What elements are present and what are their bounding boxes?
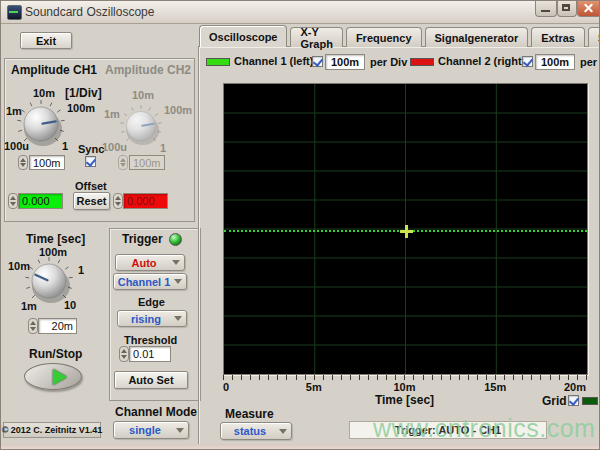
tab-settings[interactable]: Settings bbox=[588, 27, 600, 47]
amplitude-ch2-spinner[interactable] bbox=[118, 155, 128, 170]
minimize-button[interactable] bbox=[535, 1, 557, 17]
tab-frequency[interactable]: Frequency bbox=[346, 27, 422, 47]
time-scale-10m: 10m bbox=[8, 260, 30, 272]
offset-ch1-spinner[interactable] bbox=[8, 193, 18, 209]
threshold-spinner[interactable] bbox=[119, 346, 129, 362]
time-value[interactable]: 20m bbox=[38, 318, 77, 334]
measure-dropdown[interactable]: status bbox=[220, 422, 292, 440]
minimize-icon bbox=[541, 10, 550, 12]
edge-label: Edge bbox=[138, 296, 165, 308]
ch2-scale-100u: 100u bbox=[102, 141, 127, 153]
dropdown-arrow-icon bbox=[279, 429, 287, 438]
maximize-button[interactable] bbox=[557, 1, 577, 17]
ch2-scale-1m: 1m bbox=[104, 108, 120, 120]
channel2-enable-checkbox[interactable] bbox=[522, 56, 533, 67]
x-axis-labels: 0 5m 10m 15m 20m bbox=[223, 381, 586, 393]
grid-color-swatch bbox=[582, 397, 598, 405]
tab-signalgenerator[interactable]: Signalgenerator bbox=[425, 27, 529, 47]
ch2-scale-1: 1 bbox=[160, 142, 166, 154]
play-icon bbox=[53, 369, 67, 385]
trigger-mode-dropdown[interactable]: Auto bbox=[115, 254, 185, 271]
time-scale-100m: 100m bbox=[39, 246, 67, 258]
time-scale-10: 10 bbox=[64, 299, 76, 311]
ch2-scale-100m: 100m bbox=[164, 104, 192, 116]
channel-mode-value: single bbox=[114, 424, 176, 436]
amplitude-ch1-spinner[interactable] bbox=[18, 155, 28, 170]
x-axis-title: Time [sec] bbox=[223, 393, 586, 407]
time-label: Time [sec] bbox=[26, 232, 85, 246]
ch1-scale-10m: 10m bbox=[33, 87, 55, 99]
trigger-source-dropdown[interactable]: Channel 1 bbox=[113, 273, 187, 290]
exit-button[interactable]: Exit bbox=[20, 32, 72, 49]
channel2-per-div-value[interactable]: 100m bbox=[535, 54, 575, 70]
runstop-button[interactable] bbox=[24, 363, 82, 390]
amplitude-ch2-title: Amplitude CH2 bbox=[105, 63, 191, 77]
channel1-per-div-value[interactable]: 100m bbox=[325, 54, 365, 70]
tab-bar: Oscilloscope X-Y Graph Frequency Signalg… bbox=[199, 27, 600, 47]
tab-oscilloscope[interactable]: Oscilloscope bbox=[199, 25, 287, 47]
auto-set-button[interactable]: Auto Set bbox=[114, 371, 188, 389]
channel2-color-swatch bbox=[410, 58, 434, 66]
dropdown-arrow-icon bbox=[172, 260, 180, 269]
measure-label: Measure bbox=[225, 407, 274, 421]
close-button[interactable] bbox=[577, 1, 600, 17]
x-tick-10m: 10m bbox=[393, 381, 415, 393]
per-div-label-2: per Div bbox=[580, 56, 600, 68]
grid-checkbox[interactable] bbox=[568, 395, 579, 406]
title-bar: Soundcard Oszilloscope bbox=[1, 1, 599, 24]
trigger-status-display: Trigger: AUTO - CH1 bbox=[349, 421, 547, 439]
trigger-edge-value: rising bbox=[118, 313, 174, 325]
amplitude-ch2-value[interactable]: 100m bbox=[129, 155, 165, 170]
copyright-bar: © 2012 C. Zeitnitz V1.41 bbox=[3, 422, 101, 438]
x-tick-5m: 5m bbox=[306, 381, 322, 393]
time-scale-1: 1 bbox=[78, 264, 84, 276]
dropdown-arrow-icon bbox=[174, 279, 182, 288]
amplitude-ch1-value[interactable]: 100m bbox=[29, 155, 65, 170]
x-axis-ticks bbox=[223, 375, 587, 380]
offset-reset-button[interactable]: Reset bbox=[73, 192, 110, 210]
trigger-edge-dropdown[interactable]: rising bbox=[117, 310, 187, 327]
window-title: Soundcard Oszilloscope bbox=[25, 5, 154, 19]
ch1-scale-1m: 1m bbox=[6, 105, 22, 117]
channel-mode-dropdown[interactable]: single bbox=[113, 421, 189, 439]
x-tick-15m: 15m bbox=[484, 381, 506, 393]
offset-label: Offset bbox=[75, 180, 107, 192]
threshold-value[interactable]: 0.01 bbox=[129, 346, 171, 362]
dropdown-arrow-icon bbox=[174, 316, 182, 325]
offset-ch1-value[interactable]: 0.000 bbox=[18, 193, 63, 209]
offset-ch2-value[interactable]: 0.000 bbox=[123, 193, 168, 209]
ch1-scale-1: 1 bbox=[62, 140, 68, 152]
time-scale-1m: 1m bbox=[21, 300, 37, 312]
trigger-mode-value: Auto bbox=[116, 257, 172, 269]
measure-value: status bbox=[221, 425, 279, 437]
channel1-color-swatch bbox=[206, 58, 230, 66]
tab-extras[interactable]: Extras bbox=[531, 27, 585, 47]
channel1-enable-checkbox[interactable] bbox=[312, 56, 323, 67]
channel-mode-label: Channel Mode bbox=[115, 405, 197, 419]
channel1-legend-label: Channel 1 (left) bbox=[234, 55, 313, 67]
scope-display[interactable] bbox=[223, 83, 588, 375]
amplitude-ch1-title: Amplitude CH1 bbox=[11, 63, 97, 77]
grid-label: Grid bbox=[542, 394, 567, 408]
ch1-scale-100u: 100u bbox=[4, 140, 29, 152]
threshold-label: Threshold bbox=[124, 334, 177, 346]
tab-xy-graph[interactable]: X-Y Graph bbox=[290, 27, 342, 47]
trigger-source-value: Channel 1 bbox=[114, 276, 174, 288]
sync-checkbox[interactable] bbox=[85, 156, 96, 167]
trigger-label: Trigger bbox=[122, 232, 163, 246]
time-spinner[interactable] bbox=[28, 318, 38, 334]
cursor-crosshair-icon[interactable] bbox=[400, 225, 413, 238]
x-tick-0: 0 bbox=[223, 381, 229, 393]
app-window: Soundcard Oszilloscope Exit Amplitude CH… bbox=[0, 0, 600, 450]
x-tick-20m: 20m bbox=[564, 381, 586, 393]
channel2-legend-label: Channel 2 (right) bbox=[438, 55, 525, 67]
offset-ch2-spinner[interactable] bbox=[113, 193, 123, 209]
maximize-icon bbox=[562, 4, 570, 11]
per-div-label-1: per Div bbox=[370, 56, 407, 68]
window-bottom-border bbox=[1, 444, 600, 450]
sync-label: Sync bbox=[78, 143, 104, 155]
ch1-scale-100m: 100m bbox=[67, 102, 95, 114]
runstop-label: Run/Stop bbox=[29, 347, 82, 361]
ch2-scale-10m: 10m bbox=[132, 89, 154, 101]
dropdown-arrow-icon bbox=[176, 428, 184, 437]
